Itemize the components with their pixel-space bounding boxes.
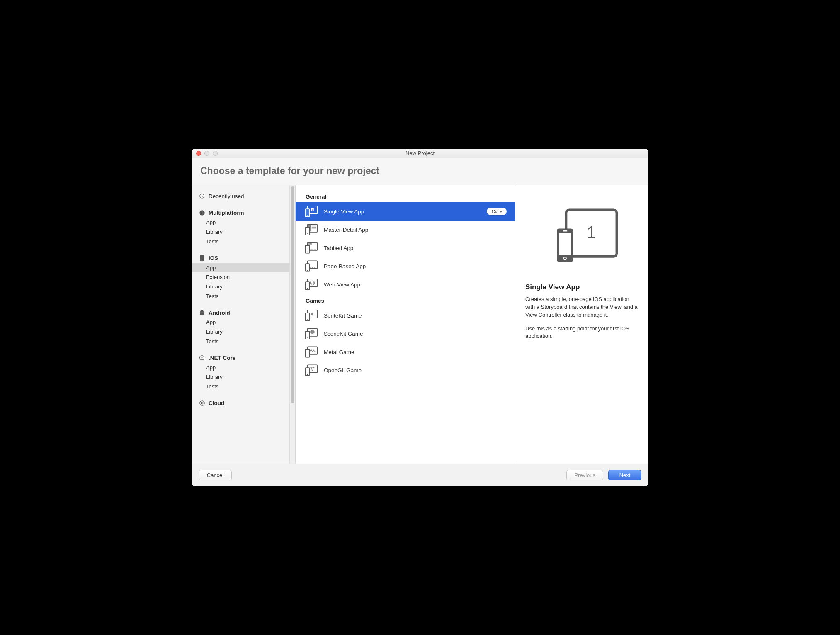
chevron-down-icon: [499, 211, 503, 213]
svg-point-44: [307, 337, 308, 338]
template-label: OpenGL Game: [324, 367, 507, 373]
sidebar-head-android[interactable]: Android: [192, 308, 295, 318]
template-label: Web-View App: [324, 281, 507, 288]
footer: Cancel Previous Next: [192, 464, 648, 486]
sidebar-item-multiplatform-tests[interactable]: Tests: [192, 237, 295, 246]
svg-rect-57: [559, 233, 571, 255]
template-master-detail-app[interactable]: Master-Detail App: [296, 221, 515, 239]
svg-point-47: [307, 356, 308, 356]
template-label: Single View App: [324, 208, 481, 215]
template-page-based-app[interactable]: Page-Based App: [296, 257, 515, 275]
body: Recently used Multiplatform App Library …: [192, 185, 648, 464]
template-single-view-app[interactable]: 1 Single View App C#: [296, 202, 515, 221]
new-project-window: New Project Choose a template for your n…: [192, 149, 648, 486]
templates-list: General 1 Single View App C#: [296, 185, 515, 464]
svg-point-53: [307, 374, 308, 375]
sidebar-item-ios-app[interactable]: App: [192, 263, 295, 272]
svg-point-19: [307, 233, 308, 234]
svg-point-41: [307, 319, 308, 320]
minimize-window-button[interactable]: [204, 151, 209, 156]
close-window-button[interactable]: [196, 151, 201, 156]
sidebar-item-recently-used[interactable]: Recently used: [192, 191, 295, 201]
svg-point-30: [312, 267, 313, 267]
header: Choose a template for your new project: [192, 158, 648, 185]
titlebar: New Project: [192, 149, 648, 158]
sidebar-section-cloud: Cloud: [192, 398, 295, 408]
detail-description-1: Creates a simple, one-page iOS applicati…: [525, 296, 638, 319]
template-scenekit-game[interactable]: SceneKit Game: [296, 325, 515, 343]
sidebar-item-android-app[interactable]: App: [192, 318, 295, 327]
sidebar-item-multiplatform-library[interactable]: Library: [192, 227, 295, 237]
multiplatform-icon: [199, 209, 205, 216]
template-spritekit-game[interactable]: ✸ SpriteKit Game: [296, 306, 515, 325]
svg-point-35: [310, 281, 314, 285]
svg-point-37: [307, 288, 308, 289]
template-opengl-game[interactable]: OpenGL Game: [296, 361, 515, 379]
recently-used-label: Recently used: [209, 193, 244, 199]
template-label: SpriteKit Game: [324, 313, 507, 319]
sidebar-head-netcore[interactable]: .NET Core: [192, 353, 295, 363]
next-button[interactable]: Next: [608, 470, 641, 480]
tabbed-app-icon: First: [304, 241, 318, 254]
template-label: SceneKit Game: [324, 331, 507, 337]
sidebar-section-netcore: .NET Core App Library Tests: [192, 353, 295, 391]
page-based-icon: [304, 259, 318, 273]
traffic-lights: [192, 151, 218, 156]
sidebar: Recently used Multiplatform App Library …: [192, 185, 296, 464]
sidebar-head-ios[interactable]: iOS: [192, 253, 295, 263]
sidebar-item-netcore-library[interactable]: Library: [192, 372, 295, 382]
svg-point-27: [307, 252, 308, 252]
template-tabbed-app[interactable]: First Tabbed App: [296, 239, 515, 257]
sidebar-item-android-library[interactable]: Library: [192, 327, 295, 337]
svg-point-5: [202, 357, 203, 359]
previous-button[interactable]: Previous: [566, 470, 603, 480]
scenekit-icon: [304, 327, 318, 340]
detail-panel: 1 Single View App Creates a simple, one-…: [515, 185, 648, 464]
cancel-button[interactable]: Cancel: [199, 470, 232, 480]
sidebar-head-cloud[interactable]: Cloud: [192, 398, 295, 408]
template-label: Tabbed App: [324, 245, 507, 251]
template-group-general: General: [296, 189, 515, 202]
section-title: iOS: [209, 255, 218, 261]
template-web-view-app[interactable]: Web-View App: [296, 275, 515, 293]
web-view-icon: [304, 278, 318, 291]
template-label: Metal Game: [324, 349, 507, 355]
zoom-window-button[interactable]: [213, 151, 218, 156]
scrollbar-thumb[interactable]: [291, 186, 294, 403]
sidebar-item-netcore-app[interactable]: App: [192, 363, 295, 372]
language-selector[interactable]: C#: [487, 208, 507, 215]
dotnet-icon: [199, 354, 205, 361]
svg-rect-59: [563, 230, 567, 231]
svg-text:1: 1: [587, 223, 596, 242]
clock-icon: [199, 193, 205, 199]
opengl-icon: [304, 364, 318, 377]
metal-icon: [304, 345, 318, 359]
svg-rect-24: [311, 249, 313, 250]
phone-icon: [199, 254, 205, 261]
window-title: New Project: [192, 150, 648, 156]
detail-title: Single View App: [525, 283, 638, 291]
section-title: Cloud: [209, 400, 224, 406]
svg-point-7: [201, 402, 203, 404]
sidebar-item-ios-library[interactable]: Library: [192, 282, 295, 291]
sidebar-scrollbar[interactable]: [289, 185, 295, 464]
sidebar-item-android-tests[interactable]: Tests: [192, 337, 295, 346]
page-heading: Choose a template for your new project: [200, 165, 640, 177]
sidebar-section-android: Android App Library Tests: [192, 308, 295, 346]
sidebar-item-ios-tests[interactable]: Tests: [192, 291, 295, 301]
svg-rect-25: [314, 249, 316, 250]
sidebar-head-multiplatform[interactable]: Multiplatform: [192, 208, 295, 218]
sidebar-item-ios-extension[interactable]: Extension: [192, 272, 295, 282]
svg-rect-3: [201, 260, 203, 260]
svg-point-29: [310, 267, 311, 267]
svg-point-31: [314, 267, 315, 267]
svg-point-6: [199, 400, 204, 405]
sidebar-item-multiplatform-app[interactable]: App: [192, 218, 295, 227]
sidebar-section-ios: iOS App Extension Library Tests: [192, 253, 295, 301]
template-metal-game[interactable]: Metal Game: [296, 343, 515, 361]
cloud-icon: [199, 400, 205, 406]
svg-text:First: First: [308, 243, 311, 245]
language-value: C#: [492, 209, 498, 214]
sidebar-item-netcore-tests[interactable]: Tests: [192, 382, 295, 391]
template-label: Master-Detail App: [324, 227, 507, 233]
